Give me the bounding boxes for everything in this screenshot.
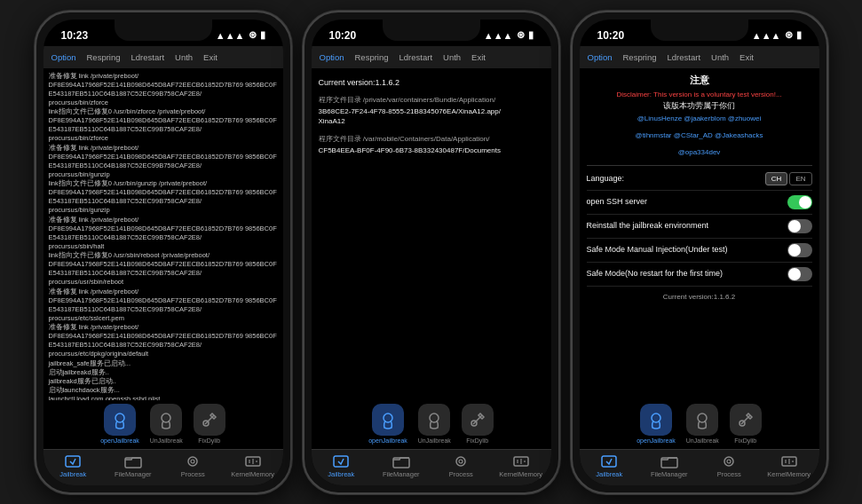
toggle-safenorestart[interactable] (787, 267, 812, 281)
svg-point-28 (727, 460, 731, 463)
svg-rect-14 (334, 456, 348, 467)
current-version-label: Current version:1.1.6.2 (319, 77, 544, 89)
top-icons-1: openJailbreak UnJailbreak FixDylib (43, 400, 283, 449)
toggle-reinstall[interactable] (787, 219, 812, 233)
nav-exit-1[interactable]: Exit (199, 50, 222, 65)
notch-3 (651, 20, 748, 41)
unjailbreak-icon-2[interactable]: UnJailbreak (418, 404, 451, 444)
fixdylib-icon-2[interactable]: FixDylib (462, 404, 494, 444)
lang-toggle[interactable]: CH EN (765, 172, 812, 185)
tab-kernelmemory-label-1: KernelMemory (231, 470, 274, 478)
top-icons-3: openJailbreak UnJailbreak FixDylib (580, 400, 819, 449)
svg-point-27 (724, 457, 733, 466)
nav-unth-3[interactable]: Unth (707, 50, 733, 65)
bottom-tabs-2: Jailbreak FileManager Process (312, 449, 551, 485)
open-jailbreak-icon-2[interactable]: openJailbreak (368, 404, 407, 444)
notch-1 (115, 20, 212, 41)
tab-kernelmemory-2[interactable]: KernelMemory (491, 453, 551, 478)
open-jailbreak-label-2: openJailbreak (368, 437, 407, 444)
contributors-1: @LinusHenze @jaakerblom @zhuowei (587, 114, 812, 123)
nav-option-2[interactable]: Option (315, 50, 349, 65)
signal-icon-2: ▲▲▲ (484, 30, 513, 41)
signal-icon-3: ▲▲▲ (752, 30, 781, 41)
tab-process-2[interactable]: Process (431, 453, 492, 478)
status-icons-1: ▲▲▲ ⊛ ▮ (216, 29, 265, 41)
nav-unth-1[interactable]: Unth (170, 50, 197, 65)
tab-filemanager-1[interactable]: FileManager (103, 453, 163, 478)
svg-point-16 (456, 457, 465, 466)
battery-icon-2: ▮ (528, 29, 534, 41)
tab-jailbreak-2[interactable]: Jailbreak (312, 453, 372, 478)
content-3: 注意 Disclaimer: This version is a volunta… (580, 68, 819, 400)
tab-filemanager-label-1: FileManager (115, 470, 152, 478)
setting-safemode-label: Safe Mode Manual Injection(Under test) (587, 244, 728, 256)
toggle-safemode[interactable] (787, 243, 812, 257)
tab-filemanager-3[interactable]: FileManager (639, 453, 700, 478)
nav-ldrestart-1[interactable]: Ldrestart (127, 50, 170, 65)
open-jailbreak-label-3: openJailbreak (637, 437, 676, 444)
tab-process-3[interactable]: Process (700, 453, 760, 478)
tab-process-label-3: Process (717, 470, 741, 478)
log-text-1: 准备修复 link /private/preboot/DF8E994A17968… (49, 72, 278, 400)
open-jailbreak-icon-3[interactable]: openJailbreak (637, 404, 676, 444)
disclaimer-title: 注意 (587, 74, 812, 87)
tab-process-1[interactable]: Process (163, 453, 224, 478)
tab-process-label-1: Process (181, 470, 205, 478)
unjailbreak-icon-1[interactable]: UnJailbreak (150, 404, 183, 444)
open-jailbreak-icon-1[interactable]: openJailbreak (100, 404, 139, 444)
nav-respring-3[interactable]: Respring (619, 50, 661, 65)
nav-exit-3[interactable]: Exit (735, 50, 758, 65)
setting-safenorestart-row: Safe Mode(No restart for the first time) (587, 263, 812, 287)
wifi-icon-1: ⊛ (249, 29, 257, 41)
fixdylib-icon-3[interactable]: FixDylib (730, 404, 762, 444)
nav-unth-2[interactable]: Unth (439, 50, 465, 65)
tab-jailbreak-label-3: Jailbreak (596, 470, 622, 478)
status-icons-2: ▲▲▲ ⊛ ▮ (484, 29, 534, 41)
tab-kernelmemory-1[interactable]: KernelMemory (223, 453, 283, 478)
unjailbreak-label-3: UnJailbreak (686, 437, 719, 444)
phone-3: 10:20 ▲▲▲ ⊛ ▮ Option Respring Ldrestart … (571, 11, 828, 494)
setting-safemode-row: Safe Mode Manual Injection(Under test) (587, 239, 812, 263)
tab-kernelmemory-label-2: KernelMemory (499, 470, 542, 478)
wifi-icon-3: ⊛ (785, 29, 793, 41)
nav-ldrestart-3[interactable]: Ldrestart (663, 50, 706, 65)
svg-rect-25 (602, 456, 616, 467)
time-3: 10:20 (597, 29, 625, 42)
nav-option-1[interactable]: Option (47, 50, 81, 65)
toggle-safenorestart-knob (788, 268, 801, 280)
content-2: Current version:1.1.6.2 程序文件目录 /private/… (312, 68, 551, 400)
nav-exit-2[interactable]: Exit (467, 50, 490, 65)
wifi-icon-2: ⊛ (517, 29, 525, 41)
lang-en-button[interactable]: EN (789, 172, 811, 185)
tab-jailbreak-label-2: Jailbreak (328, 470, 354, 478)
nav-ldrestart-2[interactable]: Ldrestart (395, 50, 438, 65)
unjailbreak-icon-3[interactable]: UnJailbreak (686, 404, 719, 444)
bottom-tabs-1: Jailbreak FileManager Process (43, 449, 283, 485)
tab-jailbreak-3[interactable]: Jailbreak (580, 453, 640, 478)
tab-kernelmemory-3[interactable]: KernelMemory (759, 453, 819, 478)
tab-kernelmemory-label-3: KernelMemory (767, 470, 811, 478)
fixdylib-label-2: FixDylib (466, 437, 488, 444)
nav-bar-2: Option Respring Ldrestart Unth Exit (312, 46, 551, 68)
contributors-2: @tihnmstar @CStar_AD @Jakeashacks (587, 130, 812, 140)
toggle-ssh[interactable] (787, 195, 812, 209)
app-path-value: 3B68CE2-7F24-4F78-8555-21B8345076EA/Xina… (319, 106, 544, 126)
tab-filemanager-label-3: FileManager (651, 470, 688, 478)
nav-option-3[interactable]: Option (583, 50, 617, 65)
toggle-ssh-knob (799, 196, 811, 209)
nav-respring-1[interactable]: Respring (83, 50, 125, 65)
phone-2: 10:20 ▲▲▲ ⊛ ▮ Option Respring Ldrestart … (303, 11, 560, 494)
tab-jailbreak-1[interactable]: Jailbreak (43, 453, 104, 478)
notch-2 (383, 20, 480, 41)
svg-point-5 (188, 457, 197, 466)
battery-icon-1: ▮ (260, 29, 265, 41)
setting-safenorestart-label: Safe Mode(No restart for the first time) (587, 268, 724, 280)
top-icons-2: openJailbreak UnJailbreak FixDylib (312, 400, 551, 449)
battery-icon-3: ▮ (796, 29, 802, 41)
nav-respring-2[interactable]: Respring (351, 50, 393, 65)
tab-process-label-2: Process (449, 470, 473, 478)
tab-filemanager-2[interactable]: FileManager (371, 453, 431, 478)
lang-ch-button[interactable]: CH (765, 172, 788, 185)
unjailbreak-label-1: UnJailbreak (150, 437, 183, 444)
fixdylib-icon-1[interactable]: FixDylib (194, 404, 225, 444)
